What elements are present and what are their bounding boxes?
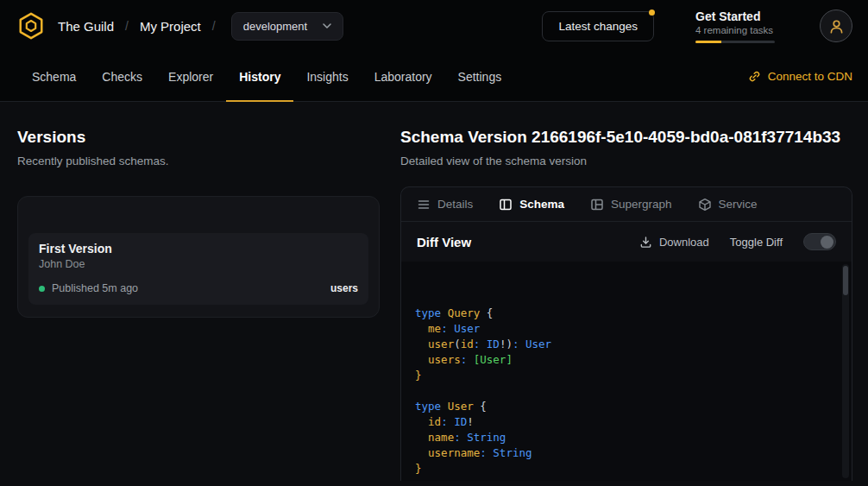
breadcrumb-separator: / [125, 19, 129, 33]
download-label: Download [659, 236, 709, 249]
user-avatar[interactable] [820, 9, 852, 42]
versions-title: Versions [17, 128, 380, 147]
schema-version-panel: Details Schema Sup [400, 186, 852, 481]
schema-icon [499, 198, 513, 211]
tab-laboratory[interactable]: Laboratory [362, 52, 445, 101]
primary-nav: SchemaChecksExplorerHistoryInsightsLabor… [0, 52, 868, 102]
breadcrumb-org[interactable]: The Guild [58, 19, 114, 34]
versions-card: First Version John Doe Published 5m ago … [17, 196, 380, 318]
diff-view-header: Diff View Download Toggle Diff [401, 222, 852, 262]
connect-to-cdn-label: Connect to CDN [768, 70, 852, 83]
person-icon [828, 18, 845, 35]
versions-subtitle: Recently published schemas. [17, 155, 380, 167]
toggle-diff-label: Toggle Diff [730, 236, 783, 249]
get-started-widget[interactable]: Get Started 4 remaining tasks [695, 9, 782, 43]
code-line: users: [User] [415, 352, 831, 368]
diff-view-actions: Download Toggle Diff [639, 233, 836, 250]
main-content: Versions Recently published schemas. Fir… [0, 102, 868, 486]
target-selector[interactable]: development [231, 12, 343, 41]
code-line: } [415, 461, 831, 477]
link-icon [748, 70, 761, 83]
toggle-diff-switch[interactable] [803, 233, 836, 250]
supergraph-icon [590, 198, 604, 211]
schema-code-viewer: type Query { me: User user(id: ID!): Use… [401, 262, 852, 481]
tab-settings[interactable]: Settings [445, 52, 515, 101]
code-line [415, 383, 831, 399]
schema-version-title: Schema Version 2166196f-5e10-4059-bd0a-0… [400, 128, 852, 147]
top-bar: The Guild / My Project / development Lat… [0, 0, 868, 52]
code-line: me: User [415, 321, 831, 337]
tab-service-label: Service [719, 198, 758, 211]
schema-version-subtitle: Detailed view of the schema version [400, 155, 852, 167]
breadcrumb: The Guild / My Project / development [58, 12, 343, 41]
tab-explorer[interactable]: Explorer [155, 52, 226, 101]
chevron-down-icon [323, 23, 331, 28]
code-line: username: String [415, 445, 831, 461]
latest-changes-label: Latest changes [558, 20, 638, 33]
code-line: type User { [415, 399, 831, 414]
code-line: } [415, 368, 831, 383]
version-name: First Version [39, 242, 358, 256]
code-line: user(id: ID!): User [415, 337, 831, 352]
tab-service[interactable]: Service [698, 198, 758, 211]
tab-schema-label: Schema [519, 198, 564, 211]
tab-schema[interactable]: Schema [499, 198, 564, 211]
download-button[interactable]: Download [639, 236, 709, 249]
cube-icon [698, 198, 712, 211]
diff-view-title: Diff View [417, 235, 471, 249]
version-list-item[interactable]: First Version John Doe Published 5m ago … [28, 233, 368, 305]
tab-checks[interactable]: Checks [89, 52, 155, 101]
version-status: Published 5m ago [52, 282, 138, 294]
versions-section: Versions Recently published schemas. Fir… [0, 102, 400, 486]
notification-dot [649, 9, 655, 16]
panel-tabs: Details Schema Sup [401, 187, 852, 222]
breadcrumb-separator: / [212, 19, 216, 33]
code-lines: type Query { me: User user(id: ID!): Use… [415, 306, 831, 477]
latest-changes-button[interactable]: Latest changes [542, 11, 654, 41]
target-selector-value: development [243, 20, 307, 33]
get-started-progress-track [695, 41, 775, 43]
tab-history[interactable]: History [226, 52, 293, 101]
code-scrollbar-thumb[interactable] [843, 266, 848, 295]
version-meta-row: Published 5m ago users [39, 282, 358, 294]
get-started-title: Get Started [695, 9, 782, 23]
connect-to-cdn-button[interactable]: Connect to CDN [748, 52, 852, 101]
code-line: id: ID! [415, 414, 831, 430]
toggle-knob [821, 236, 833, 249]
tab-details-label: Details [437, 198, 473, 211]
primary-tabs: SchemaChecksExplorerHistoryInsightsLabor… [19, 52, 514, 101]
version-author: John Doe [39, 258, 358, 270]
tab-details[interactable]: Details [417, 198, 473, 211]
breadcrumb-project[interactable]: My Project [140, 19, 201, 34]
download-icon [639, 236, 652, 249]
version-service-badge: users [330, 282, 358, 294]
tab-insights[interactable]: Insights [293, 52, 361, 101]
schema-version-section: Schema Version 2166196f-5e10-4059-bd0a-0… [400, 102, 868, 486]
get-started-progress-fill [695, 41, 721, 43]
tab-supergraph-label: Supergraph [611, 198, 672, 211]
tab-schema[interactable]: Schema [19, 52, 89, 101]
list-icon [417, 198, 431, 211]
code-line: type Query { [415, 306, 831, 321]
published-status-dot [39, 286, 45, 292]
code-scrollbar [842, 264, 849, 478]
code-line: name: String [415, 430, 831, 445]
hive-logo-icon[interactable] [16, 10, 47, 41]
tab-supergraph[interactable]: Supergraph [590, 198, 672, 211]
get-started-subtitle: 4 remaining tasks [695, 25, 782, 35]
